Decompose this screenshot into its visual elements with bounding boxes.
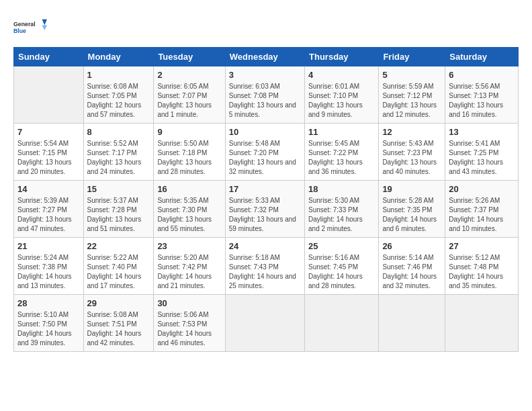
day-detail: Sunrise: 6:08 AMSunset: 7:05 PMDaylight:… (87, 82, 150, 120)
logo-icon: General Blue (13, 13, 47, 40)
day-detail: Sunrise: 5:20 AMSunset: 7:42 PMDaylight:… (157, 253, 221, 291)
calendar-cell: 12 Sunrise: 5:43 AMSunset: 7:23 PMDaylig… (379, 124, 445, 181)
svg-marker-3 (42, 26, 48, 31)
day-detail: Sunrise: 5:45 AMSunset: 7:22 PMDaylight:… (308, 139, 375, 177)
calendar-cell: 2 Sunrise: 6:05 AMSunset: 7:07 PMDayligh… (154, 66, 225, 124)
svg-text:Blue: Blue (13, 28, 26, 34)
calendar-cell: 16 Sunrise: 5:35 AMSunset: 7:30 PMDaylig… (154, 181, 225, 238)
week-row-3: 21 Sunrise: 5:24 AMSunset: 7:38 PMDaylig… (14, 238, 519, 295)
calendar-table: SundayMondayTuesdayWednesdayThursdayFrid… (13, 47, 519, 352)
day-number: 7 (17, 127, 80, 137)
calendar-cell: 30 Sunrise: 5:06 AMSunset: 7:53 PMDaylig… (154, 295, 225, 352)
day-number: 9 (157, 127, 221, 137)
day-detail: Sunrise: 5:08 AMSunset: 7:51 PMDaylight:… (87, 310, 150, 348)
day-number: 20 (449, 184, 515, 194)
day-number: 16 (157, 184, 221, 194)
day-detail: Sunrise: 6:01 AMSunset: 7:10 PMDaylight:… (308, 82, 375, 120)
calendar-cell: 10 Sunrise: 5:48 AMSunset: 7:20 PMDaylig… (225, 124, 304, 181)
day-detail: Sunrise: 5:43 AMSunset: 7:23 PMDaylight:… (382, 139, 441, 177)
calendar-cell: 23 Sunrise: 5:20 AMSunset: 7:42 PMDaylig… (154, 238, 225, 295)
week-row-2: 14 Sunrise: 5:39 AMSunset: 7:27 PMDaylig… (14, 181, 519, 238)
week-row-0: 1 Sunrise: 6:08 AMSunset: 7:05 PMDayligh… (14, 66, 519, 124)
day-detail: Sunrise: 5:16 AMSunset: 7:45 PMDaylight:… (308, 253, 375, 291)
calendar-cell: 19 Sunrise: 5:28 AMSunset: 7:35 PMDaylig… (379, 181, 445, 238)
day-number: 23 (157, 241, 221, 251)
day-detail: Sunrise: 5:54 AMSunset: 7:15 PMDaylight:… (17, 139, 80, 177)
day-number: 28 (17, 298, 80, 308)
calendar-cell: 1 Sunrise: 6:08 AMSunset: 7:05 PMDayligh… (83, 66, 154, 124)
logo: General Blue (13, 13, 47, 40)
day-detail: Sunrise: 5:33 AMSunset: 7:32 PMDaylight:… (229, 196, 301, 234)
calendar-cell: 6 Sunrise: 5:56 AMSunset: 7:13 PMDayligh… (445, 66, 519, 124)
header-row: SundayMondayTuesdayWednesdayThursdayFrid… (14, 48, 519, 66)
day-number: 3 (229, 70, 301, 80)
calendar-cell: 22 Sunrise: 5:22 AMSunset: 7:40 PMDaylig… (83, 238, 154, 295)
calendar-cell: 14 Sunrise: 5:39 AMSunset: 7:27 PMDaylig… (14, 181, 84, 238)
day-detail: Sunrise: 6:05 AMSunset: 7:07 PMDaylight:… (157, 82, 221, 120)
day-detail: Sunrise: 5:59 AMSunset: 7:12 PMDaylight:… (382, 82, 441, 120)
day-detail: Sunrise: 5:12 AMSunset: 7:48 PMDaylight:… (449, 253, 515, 291)
day-detail: Sunrise: 5:56 AMSunset: 7:13 PMDaylight:… (449, 82, 515, 120)
calendar-cell: 17 Sunrise: 5:33 AMSunset: 7:32 PMDaylig… (225, 181, 304, 238)
calendar-cell: 21 Sunrise: 5:24 AMSunset: 7:38 PMDaylig… (14, 238, 84, 295)
day-number: 29 (87, 298, 150, 308)
calendar-cell: 9 Sunrise: 5:50 AMSunset: 7:18 PMDayligh… (154, 124, 225, 181)
day-number: 5 (382, 70, 441, 80)
calendar-cell (225, 295, 304, 352)
day-number: 25 (308, 241, 375, 251)
day-number: 22 (87, 241, 150, 251)
day-header-saturday: Saturday (445, 48, 519, 66)
day-number: 12 (382, 127, 441, 137)
week-row-1: 7 Sunrise: 5:54 AMSunset: 7:15 PMDayligh… (14, 124, 519, 181)
day-header-tuesday: Tuesday (154, 48, 225, 66)
day-number: 10 (229, 127, 301, 137)
day-detail: Sunrise: 5:24 AMSunset: 7:38 PMDaylight:… (17, 253, 80, 291)
day-number: 4 (308, 70, 375, 80)
calendar-cell: 24 Sunrise: 5:18 AMSunset: 7:43 PMDaylig… (225, 238, 304, 295)
calendar-cell (305, 295, 379, 352)
calendar-cell: 13 Sunrise: 5:41 AMSunset: 7:25 PMDaylig… (445, 124, 519, 181)
day-number: 13 (449, 127, 515, 137)
calendar-cell: 27 Sunrise: 5:12 AMSunset: 7:48 PMDaylig… (445, 238, 519, 295)
day-number: 14 (17, 184, 80, 194)
calendar-cell: 26 Sunrise: 5:14 AMSunset: 7:46 PMDaylig… (379, 238, 445, 295)
day-number: 17 (229, 184, 301, 194)
calendar-cell (14, 66, 84, 124)
day-number: 27 (449, 241, 515, 251)
calendar-cell: 29 Sunrise: 5:08 AMSunset: 7:51 PMDaylig… (83, 295, 154, 352)
day-number: 26 (382, 241, 441, 251)
day-detail: Sunrise: 5:26 AMSunset: 7:37 PMDaylight:… (449, 196, 515, 234)
calendar-cell: 11 Sunrise: 5:45 AMSunset: 7:22 PMDaylig… (305, 124, 379, 181)
calendar-cell: 28 Sunrise: 5:10 AMSunset: 7:50 PMDaylig… (14, 295, 84, 352)
calendar-cell: 25 Sunrise: 5:16 AMSunset: 7:45 PMDaylig… (305, 238, 379, 295)
day-detail: Sunrise: 5:28 AMSunset: 7:35 PMDaylight:… (382, 196, 441, 234)
day-number: 19 (382, 184, 441, 194)
day-number: 21 (17, 241, 80, 251)
calendar-cell: 5 Sunrise: 5:59 AMSunset: 7:12 PMDayligh… (379, 66, 445, 124)
day-detail: Sunrise: 5:18 AMSunset: 7:43 PMDaylight:… (229, 253, 301, 291)
svg-marker-2 (42, 19, 48, 26)
day-number: 18 (308, 184, 375, 194)
day-number: 15 (87, 184, 150, 194)
day-header-monday: Monday (83, 48, 154, 66)
svg-text:General: General (13, 21, 36, 28)
day-detail: Sunrise: 5:22 AMSunset: 7:40 PMDaylight:… (87, 253, 150, 291)
day-detail: Sunrise: 5:35 AMSunset: 7:30 PMDaylight:… (157, 196, 221, 234)
day-detail: Sunrise: 5:37 AMSunset: 7:28 PMDaylight:… (87, 196, 150, 234)
header: General Blue (13, 13, 519, 40)
day-detail: Sunrise: 5:10 AMSunset: 7:50 PMDaylight:… (17, 310, 80, 348)
day-number: 1 (87, 70, 150, 80)
day-detail: Sunrise: 5:06 AMSunset: 7:53 PMDaylight:… (157, 310, 221, 348)
calendar-cell (379, 295, 445, 352)
day-number: 8 (87, 127, 150, 137)
day-detail: Sunrise: 5:48 AMSunset: 7:20 PMDaylight:… (229, 139, 301, 177)
day-detail: Sunrise: 5:41 AMSunset: 7:25 PMDaylight:… (449, 139, 515, 177)
day-number: 30 (157, 298, 221, 308)
calendar-cell: 8 Sunrise: 5:52 AMSunset: 7:17 PMDayligh… (83, 124, 154, 181)
day-detail: Sunrise: 5:39 AMSunset: 7:27 PMDaylight:… (17, 196, 80, 234)
day-number: 2 (157, 70, 221, 80)
day-number: 6 (449, 70, 515, 80)
day-header-friday: Friday (379, 48, 445, 66)
calendar-cell: 18 Sunrise: 5:30 AMSunset: 7:33 PMDaylig… (305, 181, 379, 238)
day-header-wednesday: Wednesday (225, 48, 304, 66)
